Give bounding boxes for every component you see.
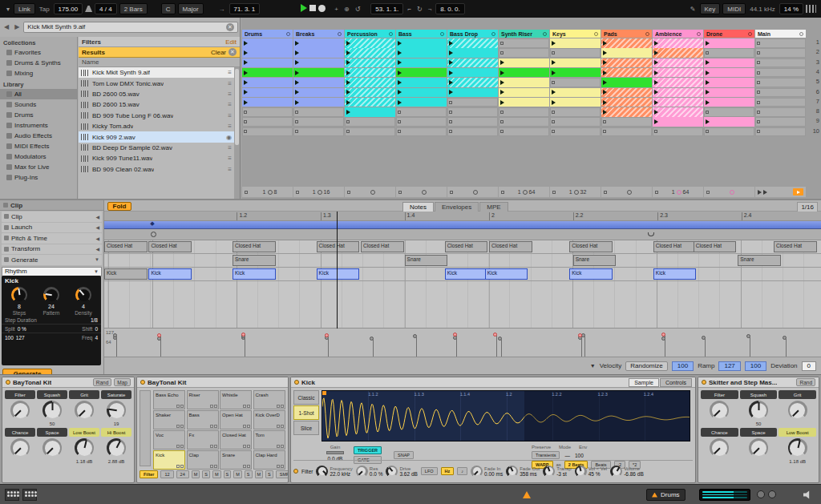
macro-button-squash[interactable]: Squash [37,390,67,399]
pad-solo-icon[interactable] [281,405,284,408]
edit-filters-button[interactable]: Edit [225,38,237,46]
tempo-display[interactable]: 175.00 [54,3,83,14]
knob-dial[interactable] [575,466,587,478]
empty-clip-slot[interactable] [447,117,498,127]
tap-tempo-button[interactable]: Tap [38,6,51,13]
ramp-from-value[interactable]: 127 [718,361,740,371]
empty-clip-slot[interactable] [755,107,806,117]
metronome-icon[interactable] [85,6,92,12]
clip-stop-icon[interactable] [552,191,556,194]
clip-play-icon[interactable] [706,41,710,46]
velocity-marker[interactable] [113,333,117,337]
pad-mute-icon[interactable] [277,465,280,468]
knob-dial[interactable] [43,287,59,303]
scale-name-menu[interactable]: Major [178,3,204,14]
drum-pad-open-hat[interactable]: Open Hat [220,410,252,429]
param-res[interactable]: Res0.0 % [356,466,383,478]
empty-clip-slot[interactable] [345,127,395,137]
generator-select[interactable]: Rhythm ▼ [2,267,102,276]
clip-start-marker-icon[interactable] [151,232,156,237]
clip-stop-icon[interactable] [244,111,247,114]
clip-slot[interactable] [447,48,498,58]
empty-clip-slot[interactable] [499,117,549,127]
empty-clip-slot[interactable] [550,48,601,58]
clip-play-icon[interactable] [244,71,248,75]
knob-dial[interactable] [710,438,729,458]
macro-knob-squash[interactable]: 50 [740,401,778,427]
empty-clip-slot[interactable] [601,127,652,137]
randomize-amount[interactable]: 100 [672,361,694,371]
note-closed-hat[interactable]: Closed Hat [317,241,360,252]
filter-on-icon[interactable] [293,469,298,474]
clip-slot[interactable] [293,38,344,48]
velocity-marker[interactable] [783,336,787,340]
note-kick[interactable]: Kick [445,268,488,280]
note-kick[interactable]: Kick [233,268,276,280]
drum-pad-closed-hat[interactable]: Closed Hat [220,430,252,450]
randomize-button[interactable]: Randomize [625,361,667,371]
ramp-to-value[interactable]: 100 [745,361,766,371]
midi-map-button[interactable]: MIDI [722,3,746,14]
clip-stop-icon[interactable] [398,191,402,194]
track-status-drums[interactable]: 18 [242,187,293,197]
clip-slot[interactable] [601,88,652,98]
clip-slot[interactable] [293,68,344,78]
clip-stop-icon[interactable] [346,120,350,123]
knob-dial[interactable] [75,438,94,458]
time-signature[interactable]: 4 / 4 [95,3,117,14]
track-status-bass[interactable] [396,187,447,197]
chevron-down-icon[interactable]: ▾ [5,6,11,13]
param-fade-in[interactable]: Fade In0.00 ms [471,466,503,478]
search-input[interactable]: Kick Mkit Synth 9.aif ✕ [23,22,238,33]
drum-pad-clap-hard[interactable]: Clap Hard [253,450,285,470]
new-icon[interactable]: + [333,6,340,13]
sidebar-item-plug-ins[interactable]: Plug-Ins [0,172,77,183]
clip-stop-icon[interactable] [501,191,504,194]
drag-handle-icon[interactable]: ≡ [228,166,232,173]
marker-row[interactable] [104,229,821,240]
clip-slot[interactable] [447,38,498,48]
clip-stop-icon[interactable] [757,101,760,104]
clip-slot[interactable] [242,38,293,48]
macro-button-low-boost[interactable]: Low Boost [69,428,99,437]
velocity-low-value[interactable]: 100 [5,335,14,341]
note-grid[interactable] [104,281,821,329]
punch-out-icon[interactable]: ¬ [427,6,434,13]
clip-stop-icon[interactable] [296,191,299,194]
drag-handle-icon[interactable]: ≡ [228,91,232,98]
clip-stop-icon[interactable] [757,111,760,114]
sidebar-item-midi-effects[interactable]: MIDI Effects [0,141,77,151]
velocity-high-value[interactable]: 127 [16,335,25,341]
knob-dial[interactable] [386,466,398,478]
drag-handle-icon[interactable]: ≡ [228,69,232,76]
device-on-icon[interactable] [140,380,145,385]
clip-stop-icon[interactable] [398,130,401,133]
clip-slot[interactable] [704,88,754,98]
pad-solo-icon[interactable] [180,465,184,468]
note-closed-hat[interactable]: Closed Hat [653,241,697,252]
clip-play-icon[interactable] [449,50,453,55]
clip-play-icon[interactable] [398,80,402,85]
play-button[interactable] [301,4,307,14]
track-status-breaks[interactable]: 116 [293,187,344,197]
macro-knob-squash[interactable]: 50 [37,401,67,427]
clip-slot[interactable] [601,48,652,58]
track-header-breaks[interactable]: Breaks [293,30,344,38]
drum-pad-bass-echo[interactable]: Bass Echo [153,390,185,409]
empty-clip-slot[interactable] [550,78,601,87]
pad-solo-icon[interactable] [214,405,217,408]
param-frequency[interactable]: Frequency22.0 kHz [316,466,352,478]
drag-handle-icon[interactable]: ≡ [228,144,232,151]
file-row[interactable]: Kick 909 2.wav◉ [79,131,234,142]
clip-play-icon[interactable] [244,50,248,55]
clip-slot[interactable] [550,68,601,78]
rack-chain-strip[interactable] [140,390,151,466]
clip-stop-icon[interactable] [757,81,760,84]
selected-track-chip[interactable]: Drums [646,489,686,501]
clip-slot[interactable] [345,58,395,68]
clip-stop-icon[interactable] [398,120,401,123]
clip-stop-icon[interactable] [552,111,555,114]
generator-knob-density[interactable]: 4Density [69,287,98,316]
beat-time-ruler[interactable]: 1.21.31.422.22.32.4 [104,212,821,221]
clip-slot[interactable] [601,107,652,117]
